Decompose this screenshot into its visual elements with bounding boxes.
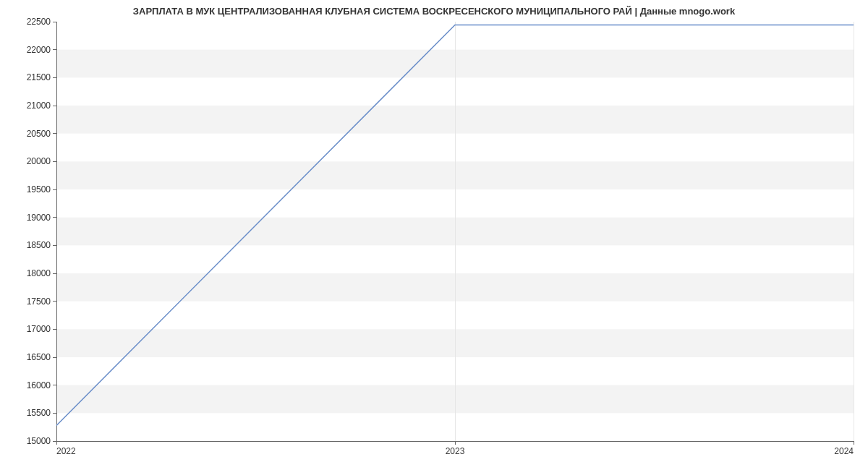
y-tick-label: 22500 [27, 17, 51, 27]
chart-title: ЗАРПЛАТА В МУК ЦЕНТРАЛИЗОВАННАЯ КЛУБНАЯ … [0, 6, 868, 17]
y-tick-label: 18000 [27, 268, 51, 278]
y-tick-label: 15500 [27, 408, 51, 418]
y-tick-label: 16500 [27, 352, 51, 362]
y-tick-label: 16000 [27, 380, 51, 390]
y-tick-label: 17500 [27, 296, 51, 307]
y-tick-label: 20500 [27, 129, 51, 139]
y-tick-label: 15000 [27, 436, 51, 446]
y-tick-label: 17000 [27, 324, 51, 334]
y-tick-label: 21000 [27, 101, 51, 111]
chart-container: ЗАРПЛАТА В МУК ЦЕНТРАЛИЗОВАННАЯ КЛУБНАЯ … [0, 0, 868, 470]
y-tick-label: 22000 [27, 45, 51, 55]
x-tick-label: 2024 [834, 446, 854, 456]
x-tick-label: 2022 [56, 446, 76, 456]
y-tick-label: 19000 [27, 213, 51, 223]
y-tick-label: 20000 [27, 156, 51, 166]
y-tick-label: 19500 [27, 184, 51, 195]
y-tick-label: 21500 [27, 72, 51, 82]
y-tick-label: 18500 [27, 240, 51, 250]
x-tick-label: 2023 [446, 446, 465, 456]
chart-svg: 1500015500160001650017000175001800018500… [0, 0, 868, 470]
